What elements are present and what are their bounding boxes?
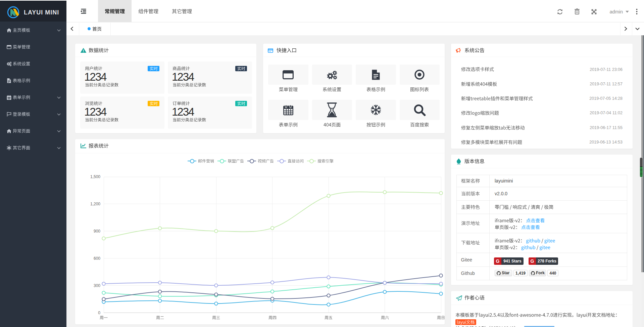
svg-text:0: 0 (98, 311, 100, 315)
svg-text:900: 900 (94, 229, 100, 234)
svg-text:1,200: 1,200 (90, 202, 100, 206)
svg-text:300: 300 (94, 283, 100, 288)
svg-text:1,500: 1,500 (90, 174, 100, 179)
svg-text:600: 600 (94, 256, 100, 261)
